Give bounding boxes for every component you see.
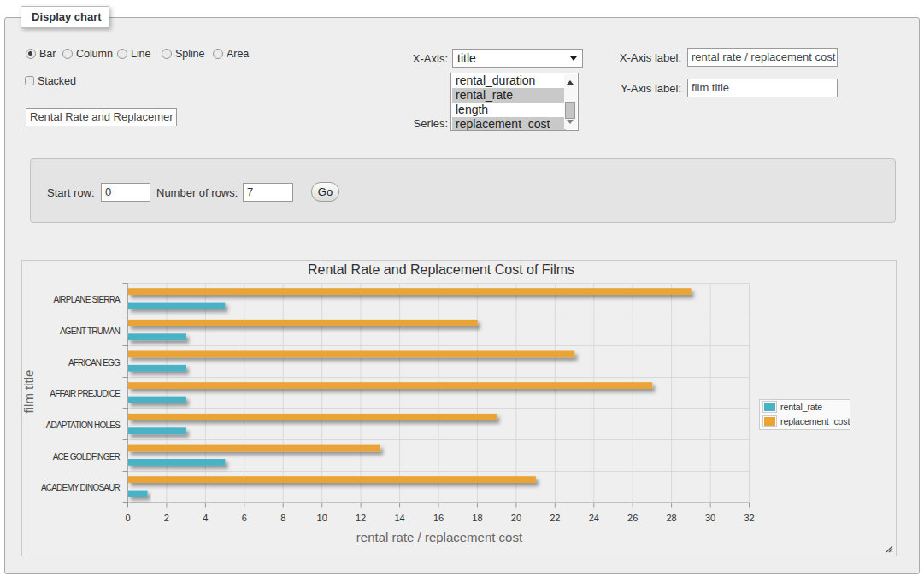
svg-text:rental rate / replacement cost: rental rate / replacement cost [356, 530, 523, 544]
svg-text:18: 18 [472, 513, 482, 523]
svg-text:26: 26 [627, 513, 638, 523]
svg-text:replacement_cost: replacement_cost [780, 416, 850, 426]
svg-text:32: 32 [744, 513, 754, 523]
svg-text:ACADEMY DINOSAUR: ACADEMY DINOSAUR [41, 483, 121, 492]
svg-text:0: 0 [125, 513, 130, 523]
svg-text:4: 4 [203, 513, 208, 523]
svg-text:AFRICAN EGG: AFRICAN EGG [68, 358, 121, 367]
svg-text:12: 12 [356, 513, 366, 523]
svg-text:AIRPLANE SIERRA: AIRPLANE SIERRA [54, 295, 121, 304]
svg-text:ACE GOLDFINGER: ACE GOLDFINGER [53, 452, 121, 461]
svg-text:20: 20 [511, 513, 521, 523]
svg-text:16: 16 [433, 513, 444, 523]
svg-text:10: 10 [317, 513, 327, 523]
svg-text:14: 14 [394, 513, 404, 523]
svg-text:rental_rate: rental_rate [780, 402, 822, 412]
svg-text:ADAPTATION HOLES: ADAPTATION HOLES [46, 420, 121, 430]
svg-text:8: 8 [280, 513, 285, 523]
svg-text:Rental Rate and Replacement Co: Rental Rate and Replacement Cost of Film… [308, 262, 574, 277]
svg-text:22: 22 [550, 513, 560, 523]
svg-text:film title: film title [22, 370, 36, 414]
svg-text:6: 6 [242, 513, 247, 523]
svg-text:AFFAIR PREJUDICE: AFFAIR PREJUDICE [50, 389, 121, 398]
svg-text:28: 28 [666, 513, 676, 523]
svg-text:24: 24 [589, 513, 599, 523]
svg-text:30: 30 [705, 513, 715, 523]
svg-text:AGENT TRUMAN: AGENT TRUMAN [60, 326, 121, 336]
svg-text:2: 2 [164, 513, 169, 523]
